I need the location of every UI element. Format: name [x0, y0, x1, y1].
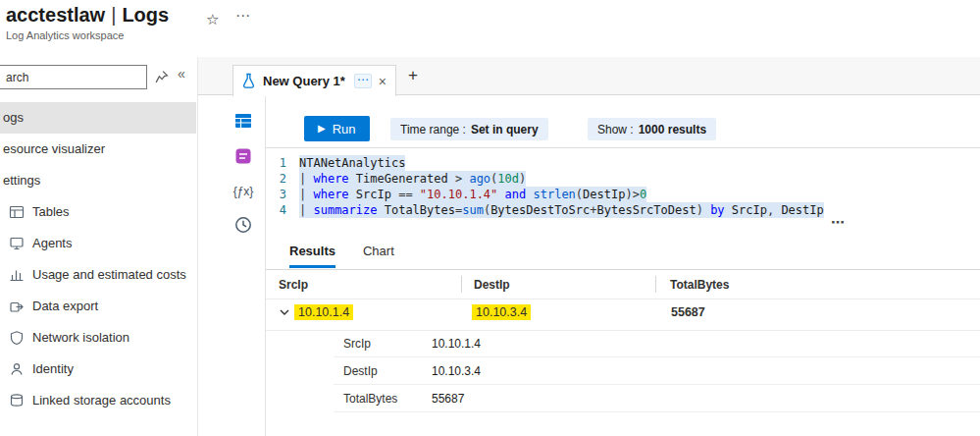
column-header-destip[interactable]: DestIp — [474, 278, 510, 292]
sidebar-item-label: Linked storage accounts — [32, 393, 171, 409]
sidebar-item-data-export[interactable]: Data export — [0, 291, 196, 322]
title-separator: | — [111, 4, 116, 26]
row-details: SrcIp10.10.1.4DestIp10.10.3.4TotalBytes5… — [266, 330, 980, 412]
sidebar-item-label: Tables — [32, 204, 70, 220]
identity-icon — [8, 361, 25, 378]
detail-row: SrcIp10.10.1.4 — [266, 330, 980, 357]
detail-row: DestIp10.10.3.4 — [266, 357, 980, 385]
new-tab-button[interactable]: + — [408, 66, 418, 85]
line-number: 1 — [266, 155, 299, 171]
data-export-icon — [8, 299, 25, 315]
blade-name: Logs — [122, 4, 169, 26]
query-flask-icon — [241, 73, 256, 89]
sidebar-item-tables[interactable]: Tables — [0, 196, 196, 228]
cell-destip: 10.10.3.4 — [472, 305, 531, 319]
fx-glyph: {ƒx} — [233, 185, 254, 198]
highlighted-srcip: 10.10.1.4 — [294, 304, 353, 320]
code-text: | where SrcIp == "10.10.1.4" and strlen(… — [299, 187, 646, 202]
sidebar-item-usage-and-estimated-costs[interactable]: Usage and estimated costs — [0, 259, 196, 291]
query-tab-bar: New Query 1* ⋯ × + — [198, 57, 980, 95]
time-range-value: Set in query — [471, 123, 539, 136]
tab-more-icon[interactable]: ⋯ — [354, 74, 372, 88]
show-results-picker[interactable]: Show : 1000 results — [588, 118, 716, 140]
collapse-menu-button[interactable]: « — [178, 66, 185, 82]
queries-pane-icon[interactable] — [231, 143, 256, 169]
sidebar-item-label: Agents — [32, 236, 72, 251]
sidebar-item-label: Identity — [32, 361, 74, 377]
collapse-row-chevron-icon[interactable] — [280, 309, 289, 315]
resource-type-subtitle: Log Analytics workspace — [6, 29, 169, 41]
editor-overflow-icon[interactable]: ⋯ — [831, 214, 845, 230]
sidebar-item-agents[interactable]: Agents — [0, 228, 196, 259]
line-number: 4 — [266, 202, 299, 218]
network-isolation-icon — [8, 330, 25, 347]
toolbar-divider — [266, 147, 980, 148]
line-number: 2 — [266, 171, 299, 187]
menu-search-input[interactable] — [0, 65, 147, 89]
code-line[interactable]: 1NTANetAnalytics — [266, 155, 980, 171]
detail-value: 55687 — [432, 392, 464, 406]
column-header-srcip[interactable]: SrcIp — [279, 278, 308, 292]
detail-label: SrcIp — [343, 337, 371, 351]
usage-icon — [8, 267, 25, 284]
query-editor[interactable]: 1NTANetAnalytics2| where TimeGenerated >… — [266, 151, 980, 228]
sidebar-item-linked-storage-accounts[interactable]: Linked storage accounts — [0, 385, 196, 416]
sidebar-item-label: Usage and estimated costs — [32, 267, 186, 283]
tables-pane-icon[interactable] — [231, 108, 256, 134]
code-line[interactable]: 4| summarize TotalBytes=sum(BytesDestToS… — [266, 202, 980, 218]
code-text: | where TimeGenerated > ago(10d) — [299, 171, 526, 187]
query-history-icon[interactable] — [231, 212, 256, 238]
logs-blade: acctestlaw|Logs Log Analytics workspace … — [0, 0, 980, 436]
tab-new-query-1[interactable]: New Query 1* ⋯ × — [232, 65, 396, 96]
header-more-icon[interactable]: ⋯ — [235, 7, 250, 25]
sidebar-item-resource-visualizer[interactable]: esource visualizer — [0, 134, 196, 165]
cell-totalbytes: 55687 — [671, 305, 705, 319]
show-value: 1000 results — [639, 123, 706, 136]
detail-label: TotalBytes — [343, 392, 397, 406]
sidebar-item-logs[interactable]: ogs — [0, 102, 196, 134]
editor-side-toolbar: {ƒx} — [198, 96, 265, 436]
pin-icon[interactable] — [154, 70, 170, 85]
results-divider — [266, 269, 980, 270]
tab-label: New Query 1* — [263, 74, 345, 88]
detail-value: 10.10.1.4 — [432, 337, 481, 351]
time-range-picker[interactable]: Time range : Set in query — [390, 118, 548, 140]
column-divider — [655, 276, 656, 293]
sidebar-item-label: Network isolation — [32, 330, 129, 346]
main-panel: New Query 1* ⋯ × + {ƒx} ▶ Run — [198, 57, 980, 436]
tables-icon — [8, 204, 25, 221]
show-label: Show : — [597, 123, 634, 136]
sidebar-item-network-isolation[interactable]: Network isolation — [0, 322, 196, 354]
sidebar-menu: ogsesource visualizerettingsTablesAgents… — [0, 102, 196, 416]
tab-close-icon[interactable]: × — [379, 74, 387, 89]
highlighted-destip: 10.10.3.4 — [472, 304, 531, 320]
run-button[interactable]: ▶ Run — [304, 116, 370, 141]
tab-results[interactable]: Results — [289, 244, 335, 268]
agents-icon — [8, 236, 25, 252]
resource-name: acctestlaw — [6, 4, 105, 26]
result-row[interactable]: 10.10.1.4 10.10.3.4 55687 — [266, 299, 980, 330]
linked-storage-icon — [8, 393, 25, 409]
results-table-header: SrcIp DestIp TotalBytes — [266, 271, 980, 299]
sidebar-item-settings[interactable]: ettings — [0, 165, 196, 196]
line-number: 3 — [266, 187, 299, 202]
detail-label: DestIp — [343, 364, 378, 378]
sidebar-item-label: ogs — [3, 110, 24, 126]
detail-row: TotalBytes55687 — [266, 385, 980, 412]
favorite-star-icon[interactable]: ☆ — [206, 11, 219, 28]
functions-pane-icon[interactable]: {ƒx} — [231, 179, 256, 204]
code-text: NTANetAnalytics — [299, 155, 405, 171]
cell-srcip: 10.10.1.4 — [294, 305, 353, 319]
sidebar-item-identity[interactable]: Identity — [0, 354, 196, 385]
resource-menu: « ogsesource visualizerettingsTablesAgen… — [0, 57, 198, 436]
time-range-label: Time range : — [400, 123, 466, 136]
code-line[interactable]: 3| where SrcIp == "10.10.1.4" and strlen… — [266, 187, 980, 202]
code-lines: 1NTANetAnalytics2| where TimeGenerated >… — [266, 155, 980, 218]
code-line[interactable]: 2| where TimeGenerated > ago(10d) — [266, 171, 980, 187]
sidebar-item-label: ettings — [3, 173, 40, 189]
tab-chart[interactable]: Chart — [363, 244, 394, 268]
code-text: | summarize TotalBytes=sum(BytesDestToSr… — [299, 202, 824, 218]
play-icon: ▶ — [318, 124, 326, 134]
sidebar-item-label: Data export — [32, 299, 98, 314]
column-header-totalbytes[interactable]: TotalBytes — [670, 278, 729, 292]
